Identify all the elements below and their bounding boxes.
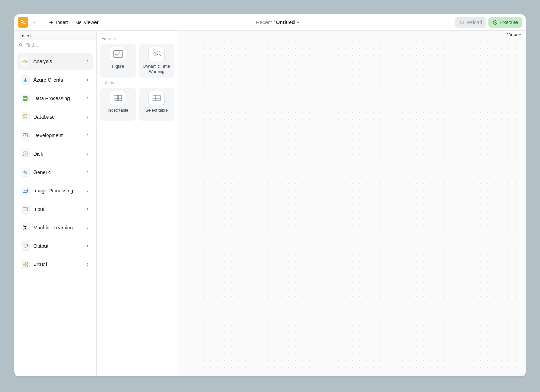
figure-icon [110,47,126,61]
card-label: Dynamic Time Warping [141,64,173,75]
output-icon [21,241,30,251]
category-item-database[interactable]: Database [17,109,93,125]
chevron-right-icon [86,133,90,137]
reload-button[interactable]: Reload [455,17,486,28]
section-label: Figures [99,34,175,44]
card-label: Figure [112,64,124,69]
chevron-right-icon [86,96,90,100]
category-label: Output [33,243,82,249]
imageproc-icon [21,186,30,195]
input-icon [21,205,30,214]
component-picker: FiguresFigureDynamic Time WarpingTablesI… [97,31,178,376]
component-card-dynamic-time-warping[interactable]: Dynamic Time Warping [139,44,175,78]
dataproc-icon [21,94,30,103]
view-menu[interactable]: View [503,31,526,39]
ml-icon [21,223,30,232]
toolbar: Insert Viewer Recent / Untitled Reload E… [14,14,526,31]
database-icon [21,112,30,121]
selecttable-icon [148,91,165,105]
component-card-figure[interactable]: Figure [100,44,136,78]
category-item-azure-clients[interactable]: Azure Clients [17,72,93,88]
category-list: AnalysisAzure ClientsData ProcessingData… [14,50,96,376]
divider [42,18,42,26]
disk-icon [21,149,30,158]
category-label: Machine Learning [33,225,82,230]
plus-icon [49,20,54,25]
generic-icon [21,168,30,177]
breadcrumb-parent: Recent [256,20,272,25]
chevron-right-icon [86,207,90,211]
view-label: View [507,32,517,37]
panel-title: Insert [14,31,96,40]
card-label: Index table [108,108,129,113]
azure-icon [21,75,30,85]
category-label: Database [33,114,82,120]
card-row: FigureDynamic Time Warping [99,44,175,78]
search-icon [18,43,23,47]
card-row: Index tableSelect table [99,88,175,121]
category-item-machine-learning[interactable]: Machine Learning [17,219,93,236]
chevron-right-icon [86,170,90,174]
search-row [14,40,96,50]
category-label: Generic [33,169,82,175]
category-item-development[interactable]: Development [17,127,93,143]
category-item-analysis[interactable]: Analysis [17,53,93,70]
chevron-right-icon [86,244,90,248]
play-icon [493,20,498,25]
category-item-visual[interactable]: Visual [17,256,93,273]
category-item-disk[interactable]: Disk [17,146,93,162]
eye-icon [76,20,81,25]
category-label: Development [33,132,82,138]
category-item-image-processing[interactable]: Image Processing [17,183,93,199]
section-label: Tables [99,78,175,88]
execute-button[interactable]: Execute [488,17,522,28]
visual-icon [21,260,30,269]
category-label: Visual [33,262,82,267]
app-logo[interactable] [18,17,28,28]
chevron-down-icon [296,20,300,24]
category-label: Analysis [33,59,82,64]
category-label: Data Processing [33,96,82,101]
breadcrumb[interactable]: Recent / Untitled [104,20,453,25]
breadcrumb-sep: / [273,20,275,25]
breadcrumb-current: Untitled [276,20,295,25]
component-card-index-table[interactable]: Index table [100,88,136,121]
chevron-right-icon [86,152,90,156]
app-window: Insert Viewer Recent / Untitled Reload E… [14,14,526,376]
app-menu-dropdown[interactable] [31,17,38,28]
execute-label: Execute [500,20,518,25]
body: Insert AnalysisAzure ClientsData Process… [14,31,526,376]
card-label: Select table [145,108,168,113]
chevron-right-icon [86,225,90,230]
category-label: Input [33,206,82,212]
component-card-select-table[interactable]: Select table [139,88,175,121]
dtw-icon [148,47,165,61]
chevron-down-icon [518,33,522,37]
category-label: Disk [33,151,82,157]
category-label: Azure Clients [33,77,82,83]
viewer-label: Viewer [83,20,99,25]
chevron-down-icon [32,20,37,24]
insert-panel: Insert AnalysisAzure ClientsData Process… [14,31,97,376]
insert-button[interactable]: Insert [46,18,71,27]
chevron-right-icon [86,115,90,119]
canvas[interactable]: View [178,31,526,376]
dev-icon [21,131,30,140]
category-item-output[interactable]: Output [17,238,93,254]
chevron-right-icon [86,59,90,64]
search-input[interactable] [25,42,92,48]
chevron-right-icon [86,78,90,82]
reload-icon [459,20,464,25]
category-label: Image Processing [33,188,82,194]
reload-label: Reload [466,20,482,25]
chevron-right-icon [86,262,90,267]
category-item-input[interactable]: Input [17,201,93,217]
chevron-right-icon [86,189,90,193]
category-item-data-processing[interactable]: Data Processing [17,90,93,107]
analysis-icon [21,57,30,66]
insert-label: Insert [56,20,68,25]
viewer-button[interactable]: Viewer [73,18,102,27]
indextable-icon [110,91,126,105]
category-item-generic[interactable]: Generic [17,164,93,180]
